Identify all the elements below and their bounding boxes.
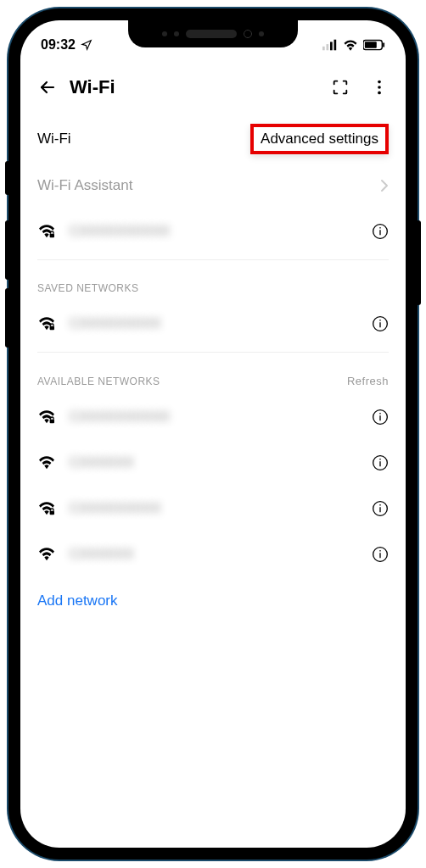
page-title: Wi-Fi [70,76,319,98]
battery-icon [363,39,385,51]
svg-point-28 [379,504,381,506]
svg-point-31 [379,550,381,552]
available-network-row[interactable]: CXXXXXXXXXX [37,394,389,440]
svg-point-9 [378,92,381,95]
chevron-right-icon [380,179,389,192]
svg-point-21 [379,413,381,415]
connected-network-row[interactable]: CXXXXXXXXXX [37,209,389,254]
svg-rect-1 [327,44,329,50]
info-icon[interactable] [372,454,389,471]
scan-icon[interactable] [331,78,350,97]
wifi-icon [37,409,56,425]
info-icon[interactable] [372,409,389,426]
network-name: CXXXXXXXXX [70,316,161,331]
wifi-locked-icon [37,224,56,239]
more-vertical-icon[interactable] [370,78,389,97]
info-icon[interactable] [372,546,389,563]
available-network-row[interactable]: CXXXXXX [37,531,389,577]
saved-networks-header: SAVED NETWORKS [37,265,389,301]
wifi-icon [37,501,56,516]
signal-icon [322,39,338,51]
add-network-link[interactable]: Add network [37,577,389,625]
network-name: CXXXXXXXXXX [70,224,170,239]
svg-rect-0 [322,47,325,51]
svg-rect-3 [334,40,337,51]
svg-point-13 [379,227,381,229]
wifi-assistant-row[interactable]: Wi-Fi Assistant [37,163,389,209]
info-icon[interactable] [372,500,389,517]
advanced-settings-button[interactable]: Advanced settings [250,124,389,154]
network-name: CXXXXXXXXXX [70,409,170,425]
wifi-icon [37,547,56,562]
available-networks-header: AVAILABLE NETWORKS Refresh [37,358,389,394]
network-name: CXXXXXX [70,547,134,562]
info-icon[interactable] [372,315,389,332]
svg-rect-6 [383,42,384,47]
svg-rect-14 [50,326,54,331]
status-time: 09:32 [41,37,76,53]
back-arrow-icon[interactable] [37,77,58,97]
wifi-status-icon [343,39,358,51]
network-name: CXXXXXX [70,455,134,470]
wifi-assistant-label: Wi-Fi Assistant [37,177,132,194]
wifi-icon [37,455,56,470]
saved-network-row[interactable]: CXXXXXXXXX [37,301,389,347]
refresh-button[interactable]: Refresh [347,375,389,387]
info-icon[interactable] [372,223,389,240]
svg-rect-5 [365,42,377,47]
wifi-advanced-row[interactable]: Wi-Fi Advanced settings [37,115,389,163]
svg-rect-10 [50,234,54,238]
wifi-locked-icon [37,316,56,331]
wifi-label: Wi-Fi [37,131,71,147]
svg-point-24 [379,459,381,460]
available-network-row[interactable]: CXXXXXX [37,440,389,486]
svg-point-17 [379,320,381,321]
svg-rect-18 [50,420,54,424]
available-network-row[interactable]: CXXXXXXXXX [37,486,389,531]
svg-rect-2 [330,42,333,50]
location-icon [81,39,92,51]
svg-point-8 [378,86,381,89]
svg-point-7 [378,81,381,84]
svg-rect-25 [50,511,54,515]
network-name: CXXXXXXXXX [70,501,161,516]
